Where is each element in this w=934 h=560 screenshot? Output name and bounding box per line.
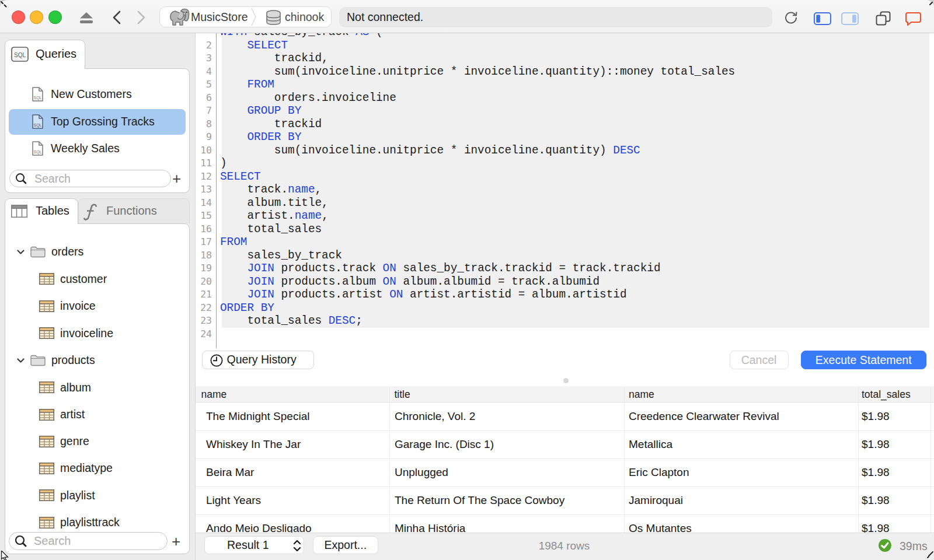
svg-text:SQL: SQL: [33, 96, 41, 100]
svg-text:SQL: SQL: [33, 150, 41, 155]
svg-text:SQL: SQL: [33, 123, 41, 128]
svg-text:SQL: SQL: [13, 51, 25, 58]
